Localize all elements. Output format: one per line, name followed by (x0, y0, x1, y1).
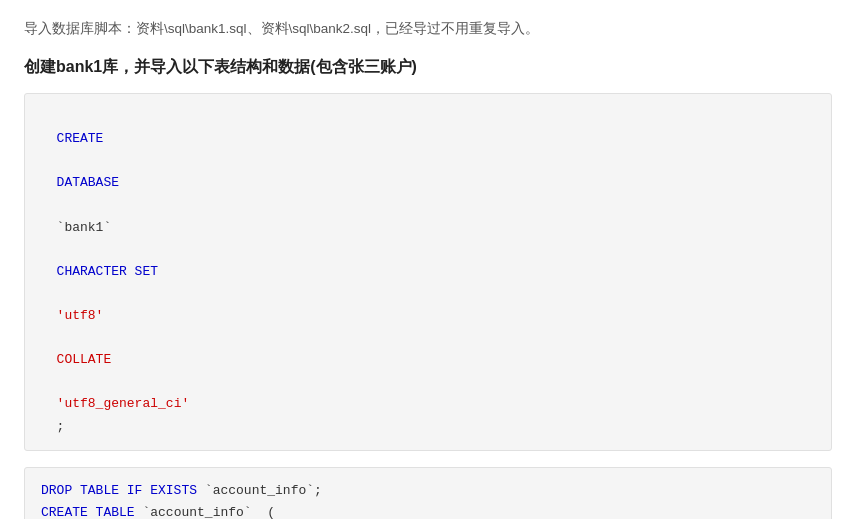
collate-value: 'utf8_general_ci' (57, 396, 190, 411)
keyword-charset: CHARACTER SET (57, 264, 158, 279)
keyword-database: DATABASE (57, 175, 119, 190)
intro-text: 导入数据库脚本：资料\sql\bank1.sql、资料\sql\bank2.sq… (24, 18, 832, 40)
kw-drop: DROP TABLE IF EXISTS (41, 483, 197, 498)
section-title: 创建bank1库，并导入以下表结构和数据(包含张三账户) (24, 54, 832, 80)
db-name: `bank1` (57, 220, 112, 235)
kw-create-table: CREATE TABLE (41, 505, 135, 519)
code-block-1: CREATE DATABASE `bank1` CHARACTER SET 'u… (24, 93, 832, 450)
code-block-2: DROP TABLE IF EXISTS `account_info`; CRE… (24, 467, 832, 519)
keyword-create: CREATE (57, 131, 104, 146)
charset-value: 'utf8' (57, 308, 104, 323)
space (57, 153, 65, 168)
tbl-name: `account_info` (142, 505, 251, 519)
keyword-collate: COLLATE (57, 352, 112, 367)
tbl-drop: `account_info` (205, 483, 314, 498)
